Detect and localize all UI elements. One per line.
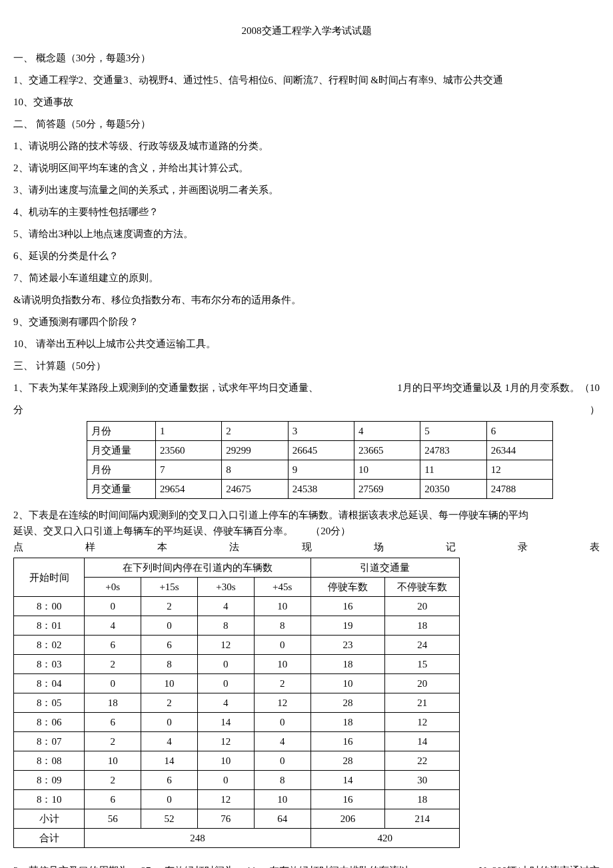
sp-e: 现	[302, 539, 312, 555]
sub-f: 214	[385, 809, 460, 829]
s3-q3b: V=900辆/小时的流率通过交	[479, 860, 600, 868]
sp-g: 记	[446, 539, 456, 555]
t1-cell: 24675	[222, 480, 288, 499]
delay-survey-table: 开始时间 在下列时间内停在引道内的车辆数 引道交通量 +0s +15s +30s…	[13, 558, 460, 848]
t2-cell: 0	[254, 636, 310, 655]
t2-cell: 10	[310, 674, 385, 693]
t1-cell: 24783	[420, 441, 486, 460]
s2-q9: 9、交通预测有哪四个阶段？	[13, 311, 600, 333]
s2-q2: 2、请说明区间平均车速的含义，并给出其计算公式。	[13, 157, 600, 179]
table-row: 月交通量 29654 24675 24538 27569 20350 24788	[87, 480, 553, 499]
s3-q2b: 延误、交叉口入口引道上每辆车的平均延误、停驶车辆百分率。 （20分）	[13, 523, 600, 539]
t2-cell: 6	[85, 713, 141, 732]
t2-cell: 0	[141, 616, 198, 636]
h-group2: 引道交通量	[310, 558, 459, 578]
table-row: 月份 1 2 3 4 5 6	[87, 422, 553, 441]
t2-cell: 12	[197, 790, 254, 809]
t2-cell: 8：09	[14, 771, 85, 790]
t2-cell: 28	[310, 693, 385, 713]
t2-cell: 2	[85, 732, 141, 751]
t2-cell: 6	[85, 636, 141, 655]
t1-cell: 4	[354, 422, 420, 441]
s3-q1-line2: 分 ）	[13, 399, 600, 421]
t2-cell: 23	[310, 636, 385, 655]
table-row: 月交通量 23560 29299 26645 23665 24783 26344	[87, 441, 553, 460]
t2-cell: 8：06	[14, 713, 85, 732]
s3-q3a: 3、某信号交叉口的周期为 c=97s，有效绿灯时间为g=44s。在有效绿灯时间内…	[13, 860, 409, 868]
spaced-header: 点 样 本 法 现 场 记 录 表	[13, 539, 600, 555]
h-c3: +30s	[197, 578, 254, 597]
sp-d: 法	[229, 539, 239, 555]
table-row: 8：0926081430	[14, 771, 460, 790]
t1-cell: 7	[156, 460, 222, 480]
t1-r4h: 月交通量	[87, 480, 156, 499]
s2-q7: 7、简述最小车道组建立的原则。	[13, 267, 600, 289]
t1-cell: 23560	[156, 441, 222, 460]
t2-cell: 14	[197, 713, 254, 732]
s2-q10: 10、 请举出五种以上城市公共交通运输工具。	[13, 333, 600, 355]
t2-cell: 12	[197, 732, 254, 751]
t2-cell: 10	[254, 655, 310, 674]
t2-cell: 18	[385, 616, 460, 636]
t2-cell: 12	[197, 636, 254, 655]
section-2-header: 二、 简答题（50分，每题5分）	[13, 113, 600, 135]
t1-cell: 20350	[420, 480, 486, 499]
t2-cell: 0	[254, 751, 310, 771]
sub-label: 小计	[14, 809, 85, 829]
t2-cell: 16	[310, 790, 385, 809]
t2-cell: 0	[197, 655, 254, 674]
t2-cell: 18	[85, 693, 141, 713]
t2-cell: 12	[254, 693, 310, 713]
h-c6: 不停驶车数	[385, 578, 460, 597]
sp-c: 本	[157, 539, 167, 555]
t2-cell: 4	[197, 597, 254, 616]
t1-cell: 26344	[486, 441, 552, 460]
t1-cell: 12	[486, 460, 552, 480]
table-header-row: 开始时间 在下列时间内停在引道内的车辆数 引道交通量	[14, 558, 460, 578]
t2-cell: 8：04	[14, 674, 85, 693]
table-row: 8：06601401812	[14, 713, 460, 732]
t1-cell: 8	[222, 460, 288, 480]
table-row: 8：0140881918	[14, 616, 460, 636]
s3-q3: 3、某信号交叉口的周期为 c=97s，有效绿灯时间为g=44s。在有效绿灯时间内…	[13, 860, 600, 868]
t1-cell: 2	[222, 422, 288, 441]
table-row: 月份 7 8 9 10 11 12	[87, 460, 553, 480]
sub-b: 52	[141, 809, 198, 829]
total-row: 合计 248 420	[14, 829, 460, 848]
section-3-header: 三、 计算题（50分）	[13, 355, 600, 377]
sp-i: 表	[590, 539, 600, 555]
t2-cell: 4	[254, 732, 310, 751]
total-b: 420	[310, 829, 459, 848]
t1-cell: 11	[420, 460, 486, 480]
s3-q1c-l: 分	[13, 399, 23, 421]
t1-cell: 24538	[288, 480, 354, 499]
t1-cell: 29299	[222, 441, 288, 460]
s2-q8: &请说明负指数分布、移位负指数分布、韦布尔分布的适用条件。	[13, 289, 600, 311]
t2-cell: 14	[385, 732, 460, 751]
t2-cell: 18	[310, 655, 385, 674]
t1-cell: 9	[288, 460, 354, 480]
t1-r3h: 月份	[87, 460, 156, 480]
table-row: 8：0810141002822	[14, 751, 460, 771]
t1-cell: 26645	[288, 441, 354, 460]
t2-cell: 0	[197, 771, 254, 790]
sub-c: 76	[197, 809, 254, 829]
sub-a: 56	[85, 809, 141, 829]
t1-cell: 6	[486, 422, 552, 441]
t2-cell: 6	[141, 771, 198, 790]
t2-cell: 10	[254, 597, 310, 616]
t2-cell: 4	[85, 616, 141, 636]
h-group1: 在下列时间内停在引道内的车辆数	[85, 558, 310, 578]
h-c5: 停驶车数	[310, 578, 385, 597]
s1-line2: 10、交通事故	[13, 91, 600, 113]
s3-q2a: 2、下表是在连续的时间间隔内观测到的交叉口入口引道上停车的车辆数。请根据该表求总…	[13, 507, 600, 523]
t2-cell: 0	[85, 674, 141, 693]
t2-cell: 8：10	[14, 790, 85, 809]
t2-cell: 8：00	[14, 597, 85, 616]
t2-cell: 10	[141, 674, 198, 693]
t2-cell: 2	[85, 771, 141, 790]
h-start: 开始时间	[14, 558, 85, 597]
t2-cell: 16	[310, 597, 385, 616]
t2-cell: 10	[254, 790, 310, 809]
subtotal-row: 小计 56 52 76 64 206 214	[14, 809, 460, 829]
